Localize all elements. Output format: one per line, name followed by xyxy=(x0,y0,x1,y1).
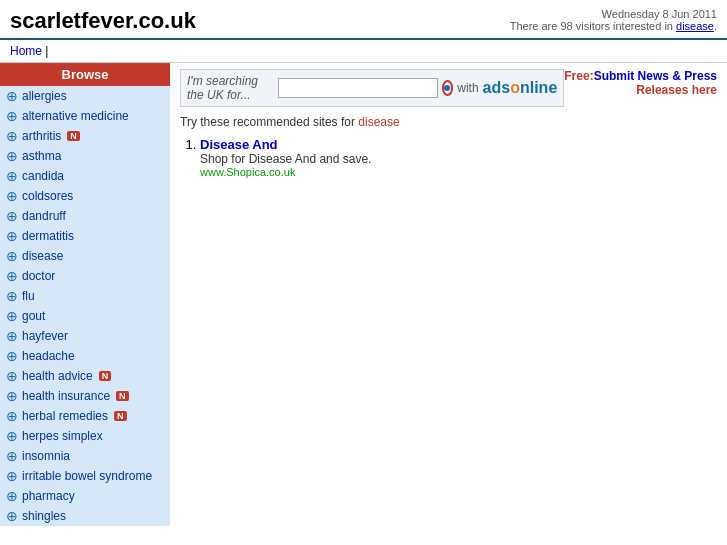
sidebar-link[interactable]: ⊕ insomnia xyxy=(6,448,166,464)
list-item: ⊕ gout xyxy=(0,306,170,326)
date-text: Wednesday 8 Jun 2011 xyxy=(602,8,717,20)
bullet-icon: ⊕ xyxy=(6,428,18,444)
bullet-icon: ⊕ xyxy=(6,328,18,344)
list-item: ⊕ disease xyxy=(0,246,170,266)
bullet-icon: ⊕ xyxy=(6,508,18,524)
sidebar-link[interactable]: ⊕ hayfever xyxy=(6,328,166,344)
bullet-icon: ⊕ xyxy=(6,388,18,404)
bullet-icon: ⊕ xyxy=(6,148,18,164)
bullet-icon: ⊕ xyxy=(6,468,18,484)
bullet-icon: ⊕ xyxy=(6,188,18,204)
list-item: ⊕ health insuranceN xyxy=(0,386,170,406)
visitors-text: There are 98 visitors interested in xyxy=(510,20,673,32)
list-item: ⊕ coldsores xyxy=(0,186,170,206)
bullet-icon: ⊕ xyxy=(6,268,18,284)
list-item: ⊕ arthritisN xyxy=(0,126,170,146)
search-input[interactable] xyxy=(278,78,438,98)
result-list: Disease AndShop for Disease And and save… xyxy=(200,137,717,178)
list-item: ⊕ pharmacy xyxy=(0,486,170,506)
bullet-icon: ⊕ xyxy=(6,408,18,424)
bullet-icon: ⊕ xyxy=(6,208,18,224)
press-release-block: Free:Submit News & Press Releases here xyxy=(564,69,717,97)
free-label: Free: xyxy=(564,69,593,83)
list-item: ⊕ herbal remediesN xyxy=(0,406,170,426)
list-item: ⊕ health adviceN xyxy=(0,366,170,386)
bullet-icon: ⊕ xyxy=(6,308,18,324)
recommended-prefix: Try these recommended sites for xyxy=(180,115,355,129)
bullet-icon: ⊕ xyxy=(6,368,18,384)
sidebar-link[interactable]: ⊕ dermatitis xyxy=(6,228,166,244)
sidebar-link[interactable]: ⊕ health insuranceN xyxy=(6,388,166,404)
bullet-icon: ⊕ xyxy=(6,168,18,184)
bullet-icon: ⊕ xyxy=(6,488,18,504)
ads-brand: adsonline xyxy=(483,79,558,97)
radio-icon[interactable] xyxy=(442,80,454,96)
submit-label[interactable]: Submit News & Press xyxy=(594,69,717,83)
sidebar-link[interactable]: ⊕ flu xyxy=(6,288,166,304)
sidebar-link[interactable]: ⊕ health adviceN xyxy=(6,368,166,384)
sidebar-link[interactable]: ⊕ herbal remediesN xyxy=(6,408,166,424)
new-badge: N xyxy=(99,371,112,381)
list-item: ⊕ doctor xyxy=(0,266,170,286)
list-item: ⊕ candida xyxy=(0,166,170,186)
table-row: Disease AndShop for Disease And and save… xyxy=(200,137,717,178)
bullet-icon: ⊕ xyxy=(6,288,18,304)
sidebar-link[interactable]: ⊕ dandruff xyxy=(6,208,166,224)
bullet-icon: ⊕ xyxy=(6,248,18,264)
new-badge: N xyxy=(114,411,127,421)
sidebar-link[interactable]: ⊕ shingles xyxy=(6,508,166,524)
list-item: ⊕ dermatitis xyxy=(0,226,170,246)
new-badge: N xyxy=(67,131,80,141)
sidebar-link[interactable]: ⊕ alternative medicine xyxy=(6,108,166,124)
browse-header: Browse xyxy=(0,63,170,86)
sidebar-link[interactable]: ⊕ pharmacy xyxy=(6,488,166,504)
sidebar-link[interactable]: ⊕ irritable bowel syndrome xyxy=(6,468,166,484)
list-item: ⊕ headache xyxy=(0,346,170,366)
releases-label[interactable]: Releases here xyxy=(636,83,717,97)
bullet-icon: ⊕ xyxy=(6,108,18,124)
sidebar-link[interactable]: ⊕ asthma xyxy=(6,148,166,164)
bullet-icon: ⊕ xyxy=(6,348,18,364)
disease-link[interactable]: disease xyxy=(676,20,714,32)
sidebar-link[interactable]: ⊕ herpes simplex xyxy=(6,428,166,444)
sidebar-link[interactable]: ⊕ headache xyxy=(6,348,166,364)
date-info: Wednesday 8 Jun 2011 There are 98 visito… xyxy=(510,8,717,32)
list-item: ⊕ dandruff xyxy=(0,206,170,226)
sidebar-link[interactable]: ⊕ coldsores xyxy=(6,188,166,204)
bullet-icon: ⊕ xyxy=(6,228,18,244)
sidebar-link[interactable]: ⊕ disease xyxy=(6,248,166,264)
result-description: Shop for Disease And and save. xyxy=(200,152,717,166)
bullet-icon: ⊕ xyxy=(6,448,18,464)
list-item: ⊕ hayfever xyxy=(0,326,170,346)
with-label: with xyxy=(457,81,478,95)
list-item: ⊕ shingles xyxy=(0,506,170,526)
bullet-icon: ⊕ xyxy=(6,128,18,144)
list-item: ⊕ irritable bowel syndrome xyxy=(0,466,170,486)
list-item: ⊕ asthma xyxy=(0,146,170,166)
list-item: ⊕ insomnia xyxy=(0,446,170,466)
result-url: www.Shopica.co.uk xyxy=(200,166,717,178)
list-item: ⊕ herpes simplex xyxy=(0,426,170,446)
sidebar-link[interactable]: ⊕ arthritisN xyxy=(6,128,166,144)
sidebar: Browse ⊕ allergies⊕ alternative medicine… xyxy=(0,63,170,526)
search-label: I'm searching the UK for... xyxy=(187,74,274,102)
sidebar-link[interactable]: ⊕ gout xyxy=(6,308,166,324)
list-item: ⊕ allergies xyxy=(0,86,170,106)
nav-home[interactable]: Home xyxy=(10,44,42,58)
main-content: Free:Submit News & Press Releases here I… xyxy=(170,63,727,526)
bullet-icon: ⊕ xyxy=(6,88,18,104)
sidebar-link[interactable]: ⊕ doctor xyxy=(6,268,166,284)
site-title: scarletfever.co.uk xyxy=(10,8,196,34)
list-item: ⊕ flu xyxy=(0,286,170,306)
list-item: ⊕ alternative medicine xyxy=(0,106,170,126)
sidebar-list: ⊕ allergies⊕ alternative medicine⊕ arthr… xyxy=(0,86,170,526)
search-bar: I'm searching the UK for... with adsonli… xyxy=(180,69,564,107)
result-title-link[interactable]: Disease And xyxy=(200,137,278,152)
recommended-link[interactable]: disease xyxy=(358,115,399,129)
sidebar-link[interactable]: ⊕ allergies xyxy=(6,88,166,104)
sidebar-link[interactable]: ⊕ candida xyxy=(6,168,166,184)
recommended-text: Try these recommended sites for disease xyxy=(180,115,717,129)
result-title: Disease And xyxy=(200,137,717,152)
new-badge: N xyxy=(116,391,129,401)
nav-bar: Home | xyxy=(0,40,727,63)
